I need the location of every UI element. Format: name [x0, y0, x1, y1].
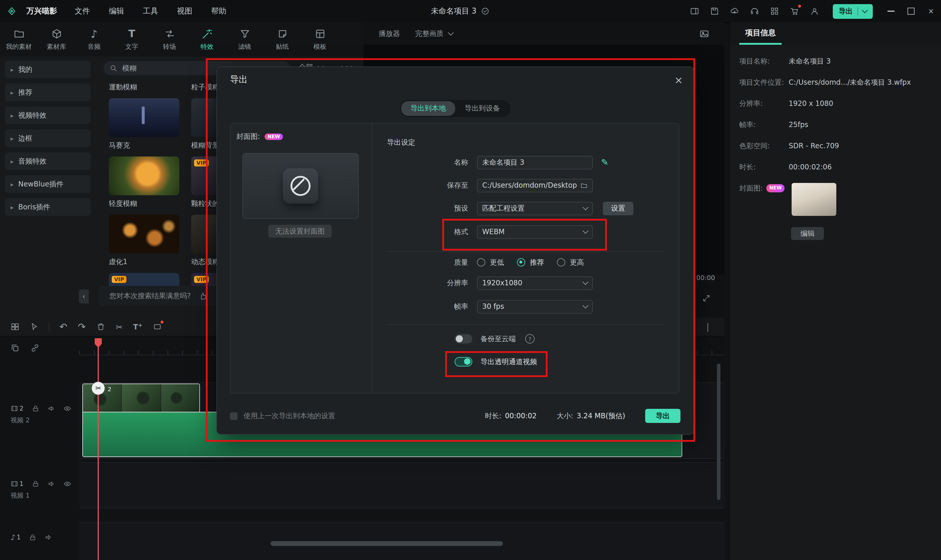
export-dropdown-chevron-icon[interactable] — [862, 7, 868, 13]
tab-effects[interactable]: 特效 — [188, 22, 226, 57]
maximize-button[interactable] — [901, 0, 921, 22]
sidebar-item-label: NewBlue插件 — [18, 179, 63, 189]
undo-icon[interactable]: ↶ — [59, 321, 67, 332]
vertical-scrollbar[interactable] — [717, 363, 720, 500]
radio-quality-higher[interactable] — [557, 258, 565, 266]
cover-thumbnail[interactable] — [792, 183, 836, 216]
horizontal-scrollbar[interactable] — [271, 541, 503, 546]
sidebar-item-mine[interactable]: ▸我的 — [5, 61, 91, 78]
radio-quality-recommended[interactable] — [517, 258, 525, 266]
effect-thumbnail[interactable] — [109, 98, 179, 137]
delete-icon[interactable] — [97, 322, 105, 331]
radio-label[interactable]: 更低 — [490, 257, 504, 267]
tab-templates[interactable]: 模板 — [301, 22, 339, 57]
fps-dropdown[interactable]: 30 fps — [477, 300, 593, 313]
sidebar-item-newblue[interactable]: ▸NewBlue插件 — [5, 175, 91, 193]
save-path-input[interactable]: C:/Users/domdom/Desktop — [477, 178, 593, 192]
track-lane-video1[interactable] — [79, 462, 724, 508]
sidebar-item-borders[interactable]: ▸边框 — [5, 129, 91, 147]
tab-export-device[interactable]: 导出到设备 — [455, 101, 509, 116]
minimize-button[interactable] — [881, 0, 901, 22]
cloud-backup-toggle[interactable] — [455, 334, 472, 343]
quick-split-scissors-icon[interactable]: ✂ — [92, 382, 105, 395]
copy-clip-icon[interactable] — [11, 343, 19, 352]
playback-quality-dropdown[interactable]: 完整画质 — [415, 29, 453, 38]
effect-thumbnail[interactable] — [109, 215, 179, 254]
tab-stock-library[interactable]: 素材库 — [38, 22, 75, 57]
mute-track-icon[interactable] — [48, 480, 55, 488]
effect-item-label[interactable]: 虚化1 — [109, 257, 179, 267]
help-icon[interactable]: ? — [525, 334, 535, 343]
lock-track-icon[interactable] — [29, 534, 37, 541]
close-button[interactable]: × — [921, 0, 941, 22]
export-confirm-button[interactable]: 导出 — [645, 409, 680, 423]
radio-label[interactable]: 更高 — [570, 257, 584, 267]
lock-track-icon[interactable] — [32, 405, 39, 412]
support-headset-icon[interactable] — [750, 6, 759, 16]
tab-export-local[interactable]: 导出到本地 — [401, 101, 455, 116]
effect-item-label[interactable]: 運動模糊 — [109, 82, 179, 92]
fullscreen-icon[interactable] — [702, 294, 710, 302]
track-manager-icon[interactable] — [11, 322, 19, 331]
menu-tools[interactable]: 工具 — [134, 6, 168, 17]
select-cursor-icon[interactable] — [30, 322, 39, 331]
preset-settings-button[interactable]: 设置 — [603, 202, 633, 215]
sidebar-item-audio-effects[interactable]: ▸音频特效 — [5, 152, 91, 170]
save-icon[interactable] — [710, 6, 719, 16]
sidebar-item-video-effects[interactable]: ▸视频特效 — [5, 106, 91, 124]
tab-transitions[interactable]: 转场 — [151, 22, 188, 57]
snapshot-icon[interactable] — [699, 29, 709, 38]
tab-stickers[interactable]: 贴纸 — [263, 22, 301, 57]
lock-track-icon[interactable] — [32, 480, 39, 488]
sidebar-item-boris[interactable]: ▸Boris插件 — [5, 198, 91, 216]
split-scissors-icon[interactable]: ✂ — [116, 322, 123, 331]
resolution-dropdown[interactable]: 1920x1080 — [477, 276, 593, 290]
timeline-zoom-dropdown-icon[interactable] — [707, 323, 708, 331]
apps-grid-icon[interactable] — [770, 6, 779, 16]
name-input[interactable]: 未命名项目 3 — [477, 155, 593, 169]
menu-file[interactable]: 文件 — [65, 6, 99, 17]
effect-item-label[interactable]: 轻度模糊 — [109, 199, 179, 209]
sidebar-item-label: 边框 — [18, 133, 32, 143]
account-icon[interactable] — [810, 6, 819, 16]
thumbs-up-icon[interactable] — [199, 291, 208, 300]
rename-pen-icon[interactable]: ✎ — [601, 157, 609, 168]
export-button-topbar[interactable]: 导出 — [833, 4, 873, 18]
cart-icon[interactable] — [790, 6, 799, 16]
preset-dropdown[interactable]: 匹配工程设置 — [477, 202, 593, 215]
menu-view[interactable]: 视图 — [168, 6, 202, 17]
collapse-panel-button[interactable]: ‹ — [79, 289, 89, 303]
template-icon — [314, 28, 326, 39]
effect-item-label[interactable]: 马赛克 — [109, 141, 179, 151]
text-add-icon[interactable]: T+ — [133, 323, 142, 331]
tab-project-info[interactable]: 项目信息 — [739, 23, 782, 45]
sidebar-item-label: 视频特效 — [18, 110, 46, 120]
hide-track-icon[interactable] — [63, 405, 71, 412]
link-clips-icon[interactable] — [31, 343, 39, 352]
hide-track-icon[interactable] — [63, 480, 71, 488]
tab-audio[interactable]: ♪ 音频 — [75, 22, 113, 57]
mask-icon[interactable] — [153, 322, 162, 331]
cloud-download-icon[interactable] — [730, 6, 739, 16]
radio-label[interactable]: 推荐 — [530, 257, 544, 267]
playhead-line[interactable] — [98, 338, 99, 560]
redo-icon[interactable]: ↷ — [78, 321, 86, 332]
mute-track-icon[interactable] — [45, 534, 53, 541]
chevron-down-icon — [583, 302, 589, 308]
tab-my-media[interactable]: 我的素材 — [0, 22, 38, 57]
browse-folder-icon[interactable] — [580, 182, 587, 189]
sidebar-item-recommended[interactable]: ▸推荐 — [5, 83, 91, 101]
mute-track-icon[interactable] — [48, 405, 55, 412]
use-last-settings-checkbox[interactable] — [230, 412, 238, 420]
edit-cover-button[interactable]: 编辑 — [791, 227, 824, 240]
menu-edit[interactable]: 编辑 — [99, 6, 134, 17]
menu-help[interactable]: 帮助 — [202, 6, 236, 17]
dialog-close-icon[interactable]: × — [672, 72, 686, 88]
alpha-export-toggle[interactable] — [455, 357, 472, 366]
radio-quality-lower[interactable] — [477, 258, 485, 266]
tab-text[interactable]: T 文字 — [113, 22, 151, 57]
tab-filters[interactable]: 滤镜 — [226, 22, 263, 57]
format-dropdown[interactable]: WEBM — [477, 225, 593, 238]
layout-icon[interactable] — [690, 6, 699, 16]
effect-thumbnail[interactable] — [109, 157, 179, 195]
